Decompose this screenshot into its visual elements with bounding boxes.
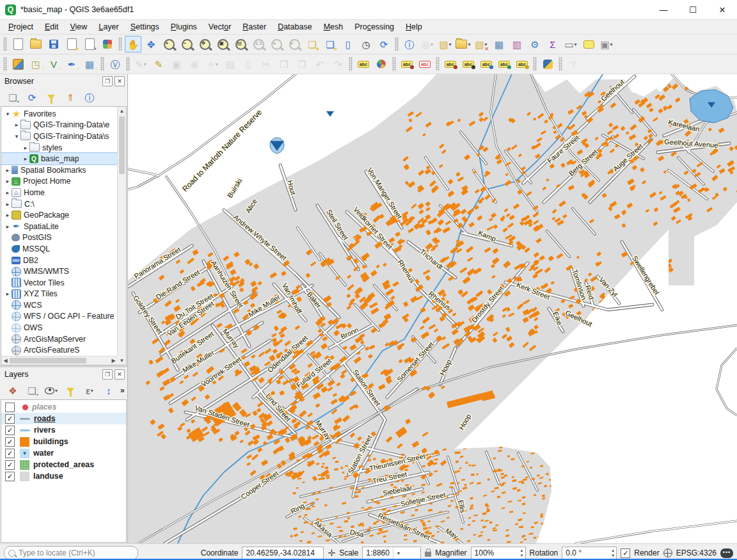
- manage-map-themes-icon[interactable]: ▾: [44, 383, 58, 398]
- tree-expander-icon[interactable]: ▸: [22, 156, 29, 162]
- browser-item-qgis-training-data-s[interactable]: ▾QGIS-Training-Data\s: [1, 131, 117, 142]
- browser-item-wcs[interactable]: WCS: [1, 300, 117, 311]
- layer-row-rivers[interactable]: ✓rivers: [1, 424, 126, 436]
- pan-map-icon[interactable]: ✋: [125, 36, 141, 52]
- browser-item-styles[interactable]: ▸styles: [1, 142, 117, 154]
- tree-expander-icon[interactable]: ▸: [13, 122, 20, 128]
- zoom-to-layer-icon[interactable]: ▤: [232, 36, 249, 52]
- browser-item-c-[interactable]: ▸C:\: [1, 198, 117, 210]
- browser-item-project-home[interactable]: ▸⌂Project Home: [1, 176, 117, 188]
- map-tips-icon[interactable]: [580, 36, 597, 52]
- layer-checkbox-buildings[interactable]: ✓: [5, 437, 15, 447]
- menu-plugins[interactable]: Plugins: [165, 21, 203, 33]
- browser-vertical-scrollbar[interactable]: ▲▼: [117, 107, 126, 365]
- layer-checkbox-roads[interactable]: ✓: [5, 414, 15, 424]
- menu-help[interactable]: Help: [400, 21, 428, 33]
- layer-row-water[interactable]: ✓▼water: [1, 447, 126, 459]
- add-selected-layers-icon[interactable]: ❏▪: [6, 90, 20, 105]
- browser-item-xyz-tiles[interactable]: ▸XYZ Tiles: [1, 289, 117, 300]
- layers-toolbar-overflow[interactable]: »: [120, 386, 125, 395]
- scale-dropdown-icon[interactable]: ▾: [393, 547, 404, 559]
- menu-database[interactable]: Database: [272, 21, 318, 33]
- crs-globe-icon[interactable]: [663, 548, 672, 557]
- browser-item-spatial-bookmarks[interactable]: ▸Spatial Bookmarks: [1, 164, 117, 176]
- layers-float-button[interactable]: ❐: [102, 369, 113, 380]
- menu-view[interactable]: View: [64, 21, 93, 33]
- browser-item-basic-map[interactable]: ▸Qbasic_map: [1, 153, 117, 164]
- new-virtual-layer-icon[interactable]: Ⓥ: [107, 56, 123, 72]
- layer-row-landuse[interactable]: ✓landuse: [1, 470, 126, 482]
- tree-expander-icon[interactable]: ▸: [4, 167, 12, 173]
- measure-icon[interactable]: ▭▾: [562, 36, 579, 52]
- collapse-all-icon[interactable]: ⇑: [63, 90, 77, 105]
- select-by-form-icon[interactable]: ▾: [455, 36, 472, 52]
- tree-expander-icon[interactable]: ▸: [4, 178, 12, 184]
- layer-row-places[interactable]: places: [1, 401, 126, 413]
- zoom-full-icon[interactable]: ✥: [196, 36, 213, 52]
- expand-collapse-icon[interactable]: ↕: [102, 383, 116, 398]
- show-layout-manager-icon[interactable]: ✦: [81, 36, 98, 52]
- tree-expander-icon[interactable]: ▸: [4, 189, 12, 196]
- menu-vector[interactable]: Vector: [203, 21, 237, 33]
- highlight-labels-icon[interactable]: abc: [416, 56, 433, 72]
- open-attribute-table-icon[interactable]: ▦: [491, 36, 507, 52]
- menu-raster[interactable]: Raster: [237, 21, 272, 33]
- processing-toolbox-icon[interactable]: ⚙: [527, 36, 543, 52]
- browser-item-wfs-ogc-api-feature[interactable]: WFS / OGC API - Feature: [1, 311, 117, 323]
- layer-checkbox-places[interactable]: [5, 403, 15, 412]
- browser-item-vector-tiles[interactable]: Vector Tiles: [1, 277, 117, 289]
- browser-item-favorites[interactable]: ▾★Favorites: [1, 108, 117, 120]
- layer-checkbox-protected_areas[interactable]: ✓: [5, 460, 15, 470]
- browser-item-spatialite[interactable]: ▸✒SpatiaLite: [1, 221, 117, 232]
- identify-features-icon[interactable]: ⓘ: [401, 36, 418, 52]
- layer-row-buildings[interactable]: ✓buildings: [1, 436, 126, 447]
- browser-item-mssql[interactable]: MSSQL: [1, 243, 117, 255]
- messages-icon[interactable]: •••: [720, 548, 733, 558]
- map-canvas[interactable]: Road to Marloth Nature ReserveBuirskiAli…: [128, 74, 737, 543]
- layers-close-button[interactable]: ✕: [115, 369, 125, 380]
- menu-mesh[interactable]: Mesh: [318, 21, 349, 33]
- browser-item-qgis-training-data-e[interactable]: ▸QGIS-Training-Data\e: [1, 120, 117, 131]
- menu-processing[interactable]: Processing: [349, 21, 400, 33]
- coordinate-value[interactable]: 20.46259,-34.02814: [242, 547, 324, 559]
- open-layer-styling-icon[interactable]: ❖: [6, 383, 20, 398]
- filter-by-expression-icon[interactable]: ε▾: [83, 383, 97, 398]
- tree-expander-icon[interactable]: ▾: [4, 111, 12, 117]
- show-hide-labels-icon[interactable]: abc: [460, 56, 477, 72]
- filter-legend-icon[interactable]: [63, 383, 77, 398]
- browser-properties-icon[interactable]: ⓘ: [83, 90, 97, 105]
- refresh-browser-icon[interactable]: ⟳: [25, 90, 39, 105]
- browser-item-postgis[interactable]: PostGIS: [1, 232, 117, 244]
- browser-item-home[interactable]: ▸⌂Home: [1, 187, 117, 198]
- maximize-button[interactable]: ☐: [678, 0, 708, 19]
- browser-float-button[interactable]: ❐: [102, 76, 113, 86]
- browser-item-db2[interactable]: DB2DB2: [1, 255, 117, 266]
- minimize-button[interactable]: —: [649, 0, 678, 19]
- add-group-icon[interactable]: ❏▪: [25, 383, 39, 398]
- map-svg[interactable]: Road to Marloth Nature ReserveBuirskiAli…: [128, 74, 737, 543]
- zoom-out-icon[interactable]: −: [178, 36, 195, 52]
- browser-item-arcgismapserver[interactable]: ArcGisMapServer: [1, 333, 117, 345]
- pin-unpin-labels-icon[interactable]: abc: [442, 56, 459, 72]
- browser-close-button[interactable]: ✕: [115, 76, 125, 86]
- extents-toggle-icon[interactable]: ✛: [328, 548, 335, 558]
- layer-row-protected_areas[interactable]: ✓protected_areas: [1, 459, 126, 470]
- render-checkbox[interactable]: ✓: [621, 548, 630, 558]
- deselect-features-icon[interactable]: ▧✕▾: [473, 36, 489, 52]
- tree-expander-icon[interactable]: ▸: [4, 223, 12, 230]
- new-shapefile-layer-icon[interactable]: V▫: [45, 56, 62, 72]
- tree-expander-icon[interactable]: ▸: [4, 212, 12, 218]
- statistics-icon[interactable]: Σ: [544, 36, 561, 52]
- new-temporary-scratch-layer-icon[interactable]: ▦▫: [81, 56, 98, 72]
- temporal-controller-icon[interactable]: ◷: [358, 36, 374, 52]
- rotate-label-icon[interactable]: abc: [496, 56, 512, 72]
- open-project-icon[interactable]: [28, 36, 44, 52]
- show-bookmark-manager-icon[interactable]: ▯: [340, 36, 356, 52]
- browser-item-arcgisfeatures[interactable]: ArcGisFeatureS: [1, 344, 117, 356]
- new-print-layout-icon[interactable]: ★: [63, 36, 80, 52]
- locator-search[interactable]: Type to locate (Ctrl+K): [4, 546, 138, 560]
- tree-expander-icon[interactable]: ▸: [22, 145, 29, 151]
- tree-expander-icon[interactable]: ▾: [13, 133, 20, 140]
- menu-project[interactable]: Project: [3, 21, 39, 33]
- text-annotation-icon[interactable]: ▣▾: [598, 36, 615, 52]
